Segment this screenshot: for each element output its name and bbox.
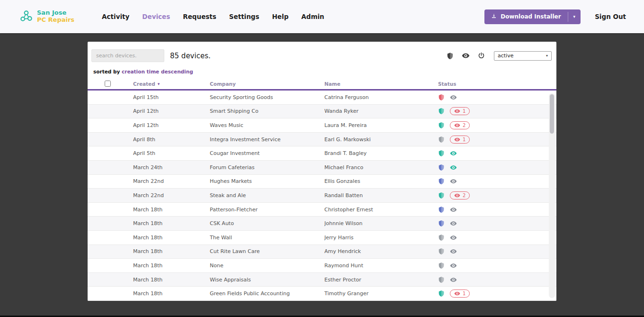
- cell-created: April 12th: [133, 122, 210, 128]
- shield-icon[interactable]: [438, 262, 445, 269]
- shield-icon[interactable]: [438, 192, 445, 199]
- cell-name: Amy Hendrick: [324, 248, 438, 254]
- page-body: 85 devices. active ▾ sorted by creation …: [0, 33, 644, 301]
- nav-item-admin[interactable]: Admin: [301, 13, 324, 20]
- alert-count: 2: [463, 123, 465, 128]
- sort-order-link[interactable]: creation time descending: [122, 69, 193, 74]
- table-row[interactable]: April 12th Smart Shipping Co Wanda Ryker…: [88, 105, 556, 119]
- nav-item-settings[interactable]: Settings: [229, 13, 259, 20]
- nav-right-group: Download Installer ▾ Sign Out: [484, 9, 626, 24]
- sort-bar: sorted by creation time descending: [93, 69, 556, 74]
- cell-created: March 18th: [133, 220, 210, 226]
- table-row[interactable]: April 15th Security Sporting Goods Catri…: [88, 91, 556, 105]
- status-filter-select[interactable]: active ▾: [494, 51, 552, 61]
- main-nav: Activity Devices Requests Settings Help …: [102, 13, 324, 20]
- shield-icon[interactable]: [438, 150, 445, 157]
- table-row[interactable]: April 8th Integra Investment Service Ear…: [88, 133, 556, 147]
- alert-badge[interactable]: 1: [450, 290, 470, 298]
- table-row[interactable]: March 18th Green Fields Public Accountin…: [88, 287, 556, 301]
- shield-icon[interactable]: [438, 290, 445, 297]
- shield-icon[interactable]: [438, 164, 445, 171]
- header-created[interactable]: Created ▾: [133, 81, 210, 87]
- search-input[interactable]: [91, 49, 164, 62]
- eye-icon[interactable]: [450, 276, 457, 283]
- shield-icon[interactable]: [438, 178, 445, 185]
- shield-icon[interactable]: [438, 94, 445, 101]
- cell-name: Laura M. Pereira: [324, 122, 438, 128]
- alert-badge[interactable]: 2: [450, 191, 470, 199]
- alert-badge[interactable]: 1: [450, 107, 470, 115]
- power-filter-icon[interactable]: [478, 52, 485, 59]
- eye-icon[interactable]: [450, 164, 457, 171]
- shield-icon[interactable]: [438, 108, 445, 115]
- cell-name: Timothy Granger: [324, 290, 438, 297]
- nav-item-activity[interactable]: Activity: [102, 13, 129, 20]
- scrollbar-thumb[interactable]: [550, 94, 554, 134]
- eye-icon[interactable]: [450, 220, 457, 227]
- alert-badge[interactable]: 1: [450, 136, 470, 144]
- alert-eye-icon: [454, 290, 460, 297]
- devices-toolbar: 85 devices. active ▾: [88, 42, 556, 62]
- cell-name: Brandi T. Bagley: [324, 150, 438, 156]
- cell-name: Earl G. Markowski: [324, 136, 438, 143]
- eye-icon[interactable]: [450, 150, 457, 157]
- table-row[interactable]: April 5th Cougar Investment Brandi T. Ba…: [88, 146, 556, 161]
- eye-icon[interactable]: [450, 178, 457, 185]
- eye-icon[interactable]: [450, 94, 457, 101]
- table-row[interactable]: March 18th None Raymond Hunt: [88, 259, 556, 273]
- nav-item-requests[interactable]: Requests: [183, 13, 216, 20]
- shield-icon[interactable]: [438, 234, 445, 241]
- sort-caret-icon: ▾: [158, 82, 160, 86]
- table-row[interactable]: March 18th Patterson-Fletcher Christophe…: [88, 203, 556, 217]
- table-row[interactable]: March 22nd Steak and Ale Randall Batten …: [88, 189, 556, 203]
- app-logo[interactable]: San Jose PC Repairs: [19, 9, 74, 25]
- cell-company: Steak and Ale: [210, 192, 324, 199]
- nav-item-devices[interactable]: Devices: [142, 13, 170, 20]
- eye-icon[interactable]: [450, 248, 457, 255]
- shield-icon[interactable]: [438, 136, 445, 143]
- shield-icon[interactable]: [438, 206, 445, 213]
- shield-icon[interactable]: [438, 276, 445, 283]
- table-row[interactable]: March 18th CSK Auto Johnnie Wilson: [88, 217, 556, 231]
- table-row[interactable]: March 24th Forum Cafeterias Michael Fran…: [88, 161, 556, 175]
- select-all-checkbox[interactable]: [105, 80, 133, 89]
- alert-count: 1: [463, 291, 465, 296]
- table-row[interactable]: March 18th The Wall Jerry Harris: [88, 231, 556, 245]
- alert-eye-icon: [454, 122, 460, 128]
- toolbar-icons: active ▾: [447, 51, 552, 61]
- shield-icon[interactable]: [438, 248, 445, 255]
- nav-item-help[interactable]: Help: [272, 13, 289, 20]
- shield-icon[interactable]: [438, 220, 445, 227]
- alert-badge[interactable]: 2: [450, 121, 470, 129]
- table-row[interactable]: March 22nd Hughes Markets Ellis Gonzales: [88, 175, 556, 189]
- download-dropdown-caret[interactable]: ▾: [568, 9, 581, 24]
- cell-created: March 18th: [133, 235, 210, 241]
- shield-filter-icon[interactable]: [447, 52, 454, 60]
- eye-icon[interactable]: [450, 234, 457, 241]
- cell-company: Smart Shipping Co: [210, 108, 324, 114]
- table-scrollbar[interactable]: [549, 93, 555, 298]
- cell-name: Wanda Ryker: [324, 108, 438, 114]
- cell-created: March 18th: [133, 207, 210, 213]
- header-company[interactable]: Company: [210, 81, 324, 87]
- eye-icon[interactable]: [450, 206, 457, 213]
- header-name[interactable]: Name: [324, 81, 438, 87]
- alert-eye-icon: [454, 136, 460, 143]
- table-row[interactable]: April 12th Waves Music Laura M. Pereira …: [88, 118, 556, 133]
- cell-company: Security Sporting Goods: [210, 94, 324, 100]
- cell-created: March 18th: [133, 263, 210, 269]
- table-row[interactable]: March 18th Cut Rite Lawn Care Amy Hendri…: [88, 245, 556, 259]
- download-installer-label: Download Installer: [501, 13, 561, 20]
- device-table-body: April 15th Security Sporting Goods Catri…: [88, 91, 556, 301]
- header-status[interactable]: Status: [438, 81, 556, 87]
- table-row[interactable]: March 18th Wise Appraisals Esther Procto…: [88, 273, 556, 287]
- eye-filter-icon[interactable]: [462, 52, 470, 60]
- download-installer-button[interactable]: Download Installer ▾: [484, 9, 581, 24]
- cell-created: April 12th: [133, 108, 210, 114]
- eye-icon[interactable]: [450, 262, 457, 269]
- cell-created: April 5th: [133, 150, 210, 156]
- table-header: Created ▾ Company Name Status: [88, 79, 556, 91]
- cell-created: March 18th: [133, 290, 210, 297]
- sign-out-link[interactable]: Sign Out: [595, 13, 626, 20]
- shield-icon[interactable]: [438, 122, 445, 129]
